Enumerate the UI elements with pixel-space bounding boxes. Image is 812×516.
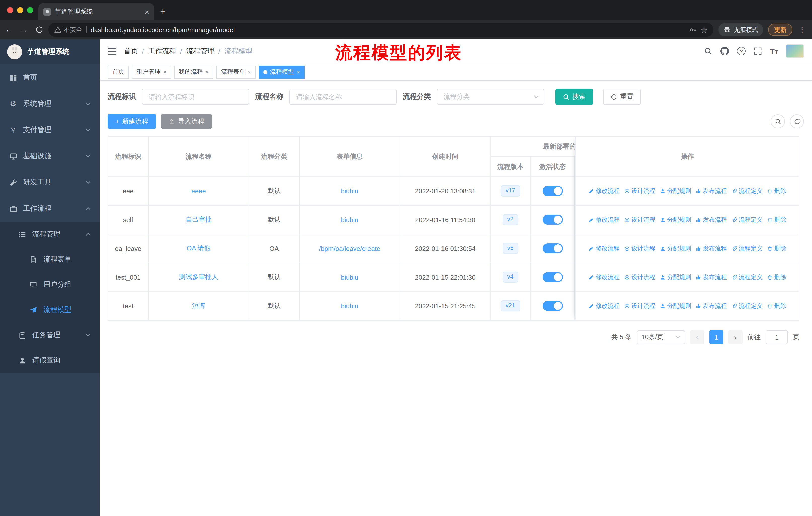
- design-process-link[interactable]: 设计流程: [624, 302, 656, 310]
- close-icon[interactable]: ×: [205, 69, 209, 75]
- minimize-window-button[interactable]: [17, 7, 23, 13]
- close-icon[interactable]: ×: [248, 69, 251, 75]
- sidebar-item-process-model[interactable]: 流程模型: [0, 297, 100, 323]
- publish-process-link[interactable]: 发布流程: [696, 244, 727, 253]
- assign-rule-link[interactable]: 分配规则: [660, 244, 691, 253]
- bookmark-star-icon[interactable]: ☆: [700, 26, 707, 33]
- current-page-button[interactable]: 1: [709, 330, 723, 344]
- browser-menu-icon[interactable]: ⋮: [798, 25, 807, 34]
- help-icon[interactable]: ?: [737, 47, 745, 55]
- page-size-select[interactable]: 10条/页: [637, 330, 685, 344]
- zoom-window-button[interactable]: [27, 7, 33, 13]
- process-definition-link[interactable]: 流程定义: [731, 187, 763, 195]
- form-info-link[interactable]: biubiu: [341, 216, 358, 223]
- delete-link[interactable]: 删除: [767, 244, 786, 253]
- toggle-search-button[interactable]: [771, 114, 785, 129]
- tag-process-model[interactable]: 流程模型×: [259, 65, 304, 78]
- refresh-table-button[interactable]: [790, 114, 804, 129]
- new-tab-button[interactable]: +: [160, 6, 166, 17]
- tab-close-icon[interactable]: ×: [144, 8, 149, 16]
- search-button[interactable]: 搜索: [555, 89, 593, 105]
- process-name-link[interactable]: eeee: [191, 187, 206, 195]
- modify-process-link[interactable]: 修改流程: [588, 244, 620, 253]
- process-name-input[interactable]: [289, 89, 397, 105]
- process-name-link[interactable]: 滔博: [192, 301, 205, 310]
- github-icon[interactable]: [720, 47, 729, 55]
- back-button[interactable]: ←: [5, 25, 13, 34]
- delete-link[interactable]: 删除: [767, 187, 786, 195]
- sidebar-item-infrastructure[interactable]: 基础设施: [0, 143, 100, 169]
- sidebar-item-home[interactable]: 首页: [0, 64, 100, 91]
- design-process-link[interactable]: 设计流程: [624, 187, 656, 195]
- modify-process-link[interactable]: 修改流程: [588, 215, 620, 224]
- forward-button[interactable]: →: [20, 25, 28, 34]
- publish-process-link[interactable]: 发布流程: [696, 302, 727, 310]
- reload-button[interactable]: [35, 26, 43, 34]
- active-toggle[interactable]: [543, 215, 562, 225]
- delete-link[interactable]: 删除: [767, 273, 786, 281]
- process-name-link[interactable]: 测试多审批人: [179, 273, 218, 282]
- form-info-link[interactable]: biubiu: [341, 187, 358, 195]
- process-category-select[interactable]: 流程分类: [437, 89, 544, 105]
- assign-rule-link[interactable]: 分配规则: [660, 215, 691, 224]
- close-window-button[interactable]: [7, 7, 13, 13]
- fullscreen-icon[interactable]: [753, 47, 762, 55]
- publish-process-link[interactable]: 发布流程: [696, 215, 727, 224]
- sidebar-item-process-form[interactable]: 流程表单: [0, 247, 100, 272]
- assign-rule-link[interactable]: 分配规则: [660, 302, 691, 310]
- tag-tenant[interactable]: 租户管理×: [132, 65, 171, 78]
- publish-process-link[interactable]: 发布流程: [696, 187, 727, 195]
- sidebar-item-process-management[interactable]: 流程管理: [0, 222, 100, 247]
- reset-button[interactable]: 重置: [603, 89, 641, 105]
- breadcrumb-process-management[interactable]: 流程管理: [186, 47, 214, 56]
- address-bar[interactable]: 不安全 dashboard.yudao.iocoder.cn/bpm/manag…: [48, 23, 713, 37]
- sidebar-item-leave-query[interactable]: 请假查询: [0, 348, 100, 373]
- sidebar-item-workflow[interactable]: 工作流程: [0, 195, 100, 222]
- sidebar-item-task-management[interactable]: 任务管理: [0, 323, 100, 348]
- form-info-link[interactable]: biubiu: [341, 273, 358, 281]
- modify-process-link[interactable]: 修改流程: [588, 187, 620, 195]
- import-process-button[interactable]: 导入流程: [161, 114, 212, 129]
- insecure-warning[interactable]: 不安全: [54, 25, 82, 34]
- active-toggle[interactable]: [543, 243, 562, 253]
- process-name-link[interactable]: 自己审批: [185, 215, 212, 224]
- active-toggle[interactable]: [543, 301, 562, 311]
- form-info-link[interactable]: biubiu: [341, 302, 358, 310]
- goto-page-input[interactable]: [766, 330, 788, 344]
- delete-link[interactable]: 删除: [767, 302, 786, 310]
- tag-my-process[interactable]: 我的流程×: [174, 65, 213, 78]
- tag-home[interactable]: 首页: [108, 65, 129, 78]
- process-definition-link[interactable]: 流程定义: [731, 244, 763, 253]
- assign-rule-link[interactable]: 分配规则: [660, 273, 691, 281]
- design-process-link[interactable]: 设计流程: [624, 273, 656, 281]
- process-definition-link[interactable]: 流程定义: [731, 215, 763, 224]
- prev-page-button[interactable]: ‹: [690, 330, 704, 344]
- delete-link[interactable]: 删除: [767, 215, 786, 224]
- browser-tab[interactable]: 芋道管理系统 ×: [38, 3, 154, 20]
- sidebar-item-system[interactable]: ⚙ 系统管理: [0, 91, 100, 117]
- user-avatar[interactable]: [786, 44, 804, 58]
- close-icon[interactable]: ×: [296, 69, 300, 75]
- design-process-link[interactable]: 设计流程: [624, 215, 656, 224]
- assign-rule-link[interactable]: 分配规则: [660, 187, 691, 195]
- search-icon[interactable]: [703, 47, 712, 55]
- sidebar-item-devtools[interactable]: 研发工具: [0, 169, 100, 195]
- modify-process-link[interactable]: 修改流程: [588, 273, 620, 281]
- breadcrumb-home[interactable]: 首页: [124, 47, 138, 56]
- create-process-button[interactable]: + 新建流程: [108, 114, 156, 129]
- sidebar-fold-icon[interactable]: [108, 47, 117, 55]
- active-toggle[interactable]: [543, 272, 562, 282]
- tag-process-form[interactable]: 流程表单×: [216, 65, 256, 78]
- app-logo-row[interactable]: 芋道管理系统: [0, 39, 100, 64]
- process-definition-link[interactable]: 流程定义: [731, 273, 763, 281]
- sidebar-item-user-group[interactable]: 用户分组: [0, 272, 100, 297]
- breadcrumb-workflow[interactable]: 工作流程: [148, 47, 176, 56]
- font-size-icon[interactable]: TT: [770, 47, 778, 55]
- design-process-link[interactable]: 设计流程: [624, 244, 656, 253]
- process-definition-link[interactable]: 流程定义: [731, 302, 763, 310]
- form-info-link[interactable]: /bpm/oa/leave/create: [319, 245, 380, 252]
- active-toggle[interactable]: [543, 186, 562, 196]
- process-id-input[interactable]: [142, 89, 249, 105]
- browser-update-button[interactable]: 更新: [768, 24, 792, 36]
- publish-process-link[interactable]: 发布流程: [696, 273, 727, 281]
